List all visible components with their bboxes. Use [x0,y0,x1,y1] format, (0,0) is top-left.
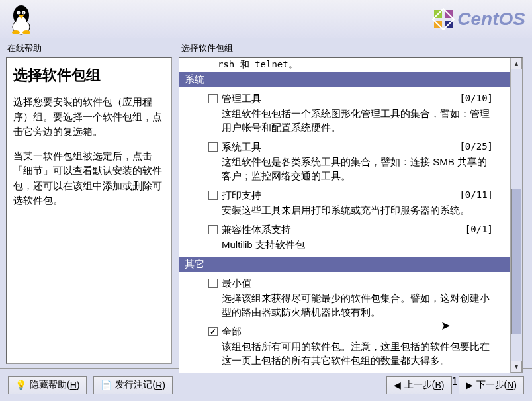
truncated-desc: rsh 和 telnet。 [179,59,510,72]
svg-point-5 [19,12,20,13]
package-label[interactable]: 最小值 [222,277,493,290]
checkbox[interactable] [208,191,218,200]
arrow-right-icon: ▶ [466,380,473,390]
hide-help-button[interactable]: 💡 隐藏帮助(H) [8,376,87,394]
package-label[interactable]: 系统工具 [222,141,454,154]
checkbox[interactable] [208,94,218,103]
tux-icon [7,3,36,35]
bulb-icon: 💡 [15,380,26,390]
package-desc: 这组软件包包括一个系统图形化管理工具的集合，譬如：管理用户帐号和配置系统硬件。 [179,105,510,140]
package-count: [0/1] [465,224,493,234]
package-desc: 安装这些工具来启用打印系统或充当打印服务器的系统。 [179,202,510,222]
package-desc: 选择该组来获得尽可能最少的软件包集合。譬如，这对创建小型的路由器或防火墙机器比较… [179,290,510,324]
scroll-up-icon[interactable]: ▲ [511,58,522,69]
cursor-icon: ➤ [441,318,451,333]
checkbox[interactable] [208,279,218,288]
back-button[interactable]: ◀ 上一步(B) [386,376,452,394]
centos-logo-icon [432,8,455,30]
category-header-system: 系统 [179,72,510,87]
svg-point-8 [22,30,30,34]
svg-point-6 [23,12,24,13]
package-label[interactable]: 全部 [222,326,493,338]
package-list[interactable]: rsh 和 telnet。 系统 管理工具 [0/10] 这组软件包包括一个系统… [179,58,510,373]
release-notes-button[interactable]: 📄 发行注记(R) [93,376,172,394]
package-panel-title: 选择软件包组 [179,42,523,54]
scroll-thumb[interactable] [511,189,521,334]
package-label[interactable]: 打印支持 [222,189,454,202]
checkbox[interactable] [208,142,218,152]
package-desc: 这组软件包是各类系统工具的集合，譬如：连接 SMB 共享的客户；监控网络交通的工… [179,154,510,188]
arrow-left-icon: ◀ [394,380,401,390]
category-header-other: 其它 [179,257,510,272]
package-count: [0/11] [459,189,493,200]
help-panel: 选择软件包组 选择您要安装的软件包（应用程序）组。要选择一个软件包组，点击它旁边… [6,57,172,364]
package-count: [0/10] [459,93,493,103]
next-button[interactable]: ▶ 下一步(N) [459,376,524,394]
help-panel-title: 在线帮助 [6,42,172,54]
help-paragraph: 选择您要安装的软件包（应用程序）组。要选择一个软件包组，点击它旁边的复选箱。 [13,95,165,140]
scrollbar[interactable]: ▲ ▼ [510,58,522,373]
help-heading: 选择软件包组 [13,66,165,85]
package-count: [0/25] [459,141,493,152]
scroll-down-icon[interactable]: ▼ [511,361,522,373]
package-desc: Multilib 支持软件包 [179,236,510,257]
package-label[interactable]: 兼容性体系支持 [222,224,460,236]
package-desc: 该组包括所有可用的软件包。注意，这里包括的软件包要比在这一页上包括的所有其它软件… [179,338,510,373]
brand-text: CentOS [457,9,525,30]
package-label[interactable]: 管理工具 [222,93,454,105]
checkbox[interactable] [208,225,218,234]
checkbox[interactable]: ✓ [208,327,218,336]
notes-icon: 📄 [101,380,112,390]
help-paragraph: 当某一软件包组被选定后，点击「细节」可以查看默认安装的软件包，还可以在该组中添加… [13,149,165,208]
svg-point-7 [12,30,20,34]
scroll-track[interactable] [511,69,522,361]
